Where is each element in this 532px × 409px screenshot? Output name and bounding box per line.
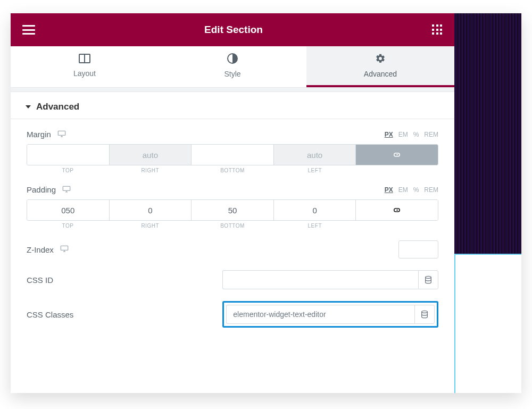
margin-right-input[interactable]	[110, 145, 192, 165]
padding-control: Padding PX EM % REM	[27, 185, 438, 229]
dynamic-tags-button[interactable]	[414, 305, 435, 324]
unit-pct[interactable]: %	[413, 186, 419, 194]
caret-down-icon	[26, 105, 31, 108]
sub-top: TOP	[27, 223, 109, 229]
unit-rem[interactable]: REM	[424, 186, 438, 194]
padding-left-input[interactable]	[274, 200, 356, 220]
gear-icon	[375, 53, 386, 65]
cssclasses-highlight	[222, 301, 438, 328]
cssclasses-input[interactable]	[226, 305, 414, 324]
unit-em[interactable]: EM	[398, 131, 408, 138]
zindex-input[interactable]	[398, 240, 438, 258]
tab-layout[interactable]: Layout	[11, 46, 159, 87]
margin-top-input[interactable]	[27, 145, 109, 165]
tab-label: Layout	[73, 69, 96, 78]
layout-icon	[79, 54, 90, 65]
svg-point-13	[422, 311, 428, 313]
section-content: Margin PX EM % REM	[11, 119, 454, 393]
dynamic-tags-button[interactable]	[418, 270, 438, 289]
editor-panel: Edit Section Layout Style	[11, 13, 454, 393]
padding-bottom-input[interactable]	[192, 200, 273, 220]
sub-left: LEFT	[273, 168, 356, 173]
desktop-icon[interactable]	[60, 245, 69, 254]
unit-px[interactable]: PX	[385, 186, 393, 194]
svg-rect-3	[58, 131, 65, 135]
margin-label: Margin	[27, 130, 51, 139]
unit-rem[interactable]: REM	[424, 131, 438, 138]
cssclasses-label: CSS Classes	[27, 310, 73, 319]
sub-top: TOP	[27, 168, 109, 173]
cssid-row: CSS ID	[27, 270, 438, 289]
database-icon	[424, 276, 433, 284]
preview-selected-element[interactable]	[454, 254, 521, 393]
zindex-row: Z-Index	[27, 240, 438, 258]
svg-rect-9	[61, 246, 68, 251]
tab-style[interactable]: Style	[159, 46, 306, 87]
cssid-input[interactable]	[222, 270, 418, 289]
tab-label: Advanced	[364, 70, 397, 78]
section-title: Advanced	[36, 102, 79, 112]
sub-bottom: BOTTOM	[192, 168, 274, 173]
cssid-label: CSS ID	[27, 276, 53, 285]
sub-right: RIGHT	[109, 168, 192, 173]
tab-label: Style	[224, 70, 240, 78]
database-icon	[420, 310, 429, 319]
cssclasses-row: CSS Classes	[27, 301, 438, 328]
preview-canvas	[454, 13, 521, 393]
apps-icon[interactable]	[432, 24, 443, 35]
unit-em[interactable]: EM	[398, 186, 408, 194]
margin-link-toggle[interactable]	[356, 145, 438, 165]
margin-control: Margin PX EM % REM	[27, 130, 438, 173]
sub-right: RIGHT	[109, 223, 192, 229]
svg-rect-6	[63, 186, 70, 190]
panel-header: Edit Section	[11, 13, 454, 46]
desktop-icon[interactable]	[57, 130, 66, 139]
padding-link-toggle[interactable]	[356, 200, 438, 220]
padding-right-input[interactable]	[110, 200, 192, 220]
margin-left-input[interactable]	[274, 145, 356, 165]
padding-label: Padding	[27, 185, 56, 194]
margin-bottom-input[interactable]	[192, 145, 273, 165]
panel-title: Edit Section	[204, 24, 263, 36]
zindex-label: Z-Index	[27, 245, 54, 254]
unit-pct[interactable]: %	[413, 131, 419, 138]
menu-icon[interactable]	[22, 25, 35, 35]
tab-advanced[interactable]: Advanced	[306, 46, 454, 87]
section-toggle-advanced[interactable]: Advanced	[11, 92, 454, 119]
style-icon	[227, 53, 238, 65]
sub-left: LEFT	[273, 223, 356, 229]
sub-bottom: BOTTOM	[192, 223, 274, 229]
desktop-icon[interactable]	[62, 185, 71, 194]
padding-top-input[interactable]	[27, 200, 109, 220]
unit-px[interactable]: PX	[385, 131, 393, 138]
tab-bar: Layout Style Advanced	[11, 46, 454, 88]
svg-point-12	[426, 276, 431, 278]
panel-subbar	[11, 88, 454, 92]
